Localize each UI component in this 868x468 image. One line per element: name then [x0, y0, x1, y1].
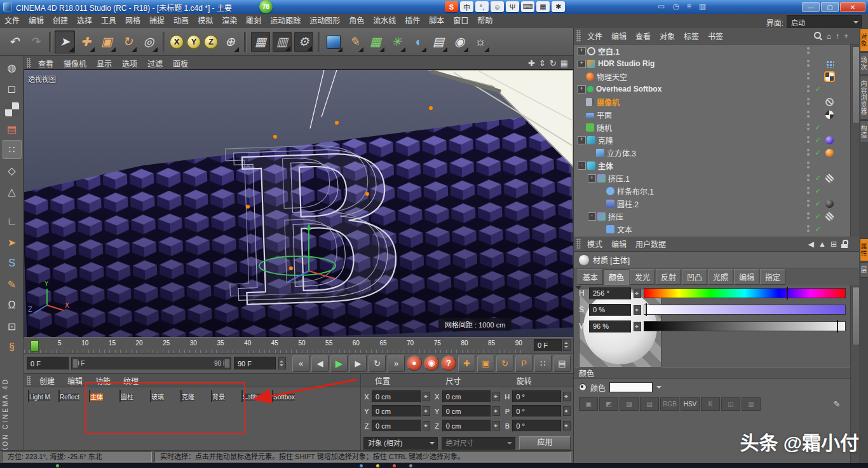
channel-stepper[interactable] [634, 289, 641, 298]
object-row[interactable]: 样条布尔.1 [574, 184, 851, 197]
render-settings-icon[interactable]: ⚙ [294, 32, 313, 52]
object-label[interactable]: 物理天空 [597, 71, 805, 82]
attribute-menu-item[interactable]: 模式 [583, 238, 607, 249]
menu-item[interactable]: 网格 [121, 14, 145, 28]
model-mode-icon[interactable]: ◻ [3, 79, 22, 98]
expand-toggle-icon[interactable]: + [588, 174, 596, 182]
color-section-header[interactable]: 颜色 [574, 368, 851, 379]
sep1[interactable] [49, 32, 51, 52]
material-preview-sphere[interactable] [241, 390, 243, 402]
position-field[interactable]: 0 cm [372, 390, 421, 403]
k-btn[interactable]: K [701, 397, 720, 411]
spring-icon[interactable]: § [3, 338, 22, 357]
om-home-icon[interactable]: ⌂ [827, 32, 831, 41]
sep3[interactable] [244, 32, 247, 52]
overlay-window-icon[interactable]: ▭ [658, 2, 665, 11]
material-menu-item[interactable]: 创建 [33, 375, 61, 386]
slider-marker[interactable] [646, 303, 647, 316]
compact-btn[interactable]: ▥ [742, 397, 761, 411]
edges-mode-icon[interactable]: ◇ [3, 161, 22, 180]
visibility-dots[interactable] [805, 148, 813, 157]
object-tag-icon[interactable] [823, 60, 851, 68]
timeline-window-button[interactable]: ▤ [553, 355, 571, 372]
visibility-dots[interactable] [805, 199, 813, 208]
dock-tab[interactable]: 构造 [860, 120, 868, 143]
object-menu-item[interactable]: 书签 [703, 31, 728, 41]
channel-tab[interactable]: 光照 [708, 269, 733, 285]
record-pla-button[interactable]: ∷ [534, 355, 552, 372]
minimize-button[interactable]: — [802, 2, 820, 12]
expand-toggle-icon[interactable]: - [588, 212, 596, 221]
rotate-tool-icon[interactable]: ↻ [118, 31, 138, 53]
object-menu-item[interactable]: 文件 [583, 31, 607, 41]
prev-frame-button[interactable]: ◀ [311, 355, 329, 372]
menu-item[interactable]: 动画 [169, 14, 193, 28]
object-label[interactable]: 平面 [597, 109, 805, 120]
panel-grip[interactable] [27, 376, 31, 385]
rotate-view-icon[interactable]: ↻ [550, 59, 557, 68]
overlay-grid-icon[interactable]: ▥ [699, 2, 706, 11]
om-up-icon[interactable]: ↑ [836, 32, 839, 41]
mix-btn[interactable]: ◫ [721, 397, 740, 411]
preview-range-slider[interactable]: 0 F 90 F [71, 357, 231, 369]
ime-skin-icon[interactable]: ✱ [552, 1, 565, 12]
object-menu-item[interactable]: 编辑 [607, 31, 631, 41]
texture-mode-icon[interactable] [5, 102, 19, 116]
ime-mic-icon[interactable]: Ψ [506, 1, 519, 12]
end-frame-stepper[interactable] [278, 357, 286, 369]
record-keyframe-button[interactable]: ● [407, 355, 422, 371]
next-frame-button[interactable]: ▶ [349, 355, 367, 372]
camera-icon[interactable]: ◉ [449, 31, 470, 53]
enable-check-icon[interactable] [813, 199, 823, 208]
position-field[interactable]: 0 cm [372, 420, 421, 432]
ime-emoji-icon[interactable]: ☺ [491, 1, 504, 12]
add-cube-icon[interactable] [323, 31, 344, 53]
material-item[interactable]: 主体 [89, 390, 118, 402]
record-parameter-button[interactable]: P [515, 355, 532, 372]
picker-btn[interactable]: ✎ [828, 398, 846, 410]
snap-icon[interactable]: S [3, 254, 22, 273]
material-preview-sphere[interactable] [28, 390, 29, 402]
material-preview-sphere[interactable] [119, 390, 121, 402]
rotation-field[interactable]: 0 ° [512, 405, 561, 417]
object-menu-item[interactable]: 对象 [655, 31, 679, 41]
channel-value-field[interactable]: 96 % [589, 320, 631, 333]
material-item[interactable]: Softbox [241, 390, 271, 402]
object-tag-icon[interactable] [823, 149, 851, 157]
taskbar-icon[interactable] [56, 464, 59, 467]
brush-icon[interactable]: ✎ [3, 275, 22, 294]
keyframe-selection-button[interactable]: ? [441, 355, 456, 371]
object-label[interactable]: HDR Studio Rig [598, 59, 805, 68]
polygons-mode-icon[interactable]: △ [3, 182, 22, 201]
field-stepper[interactable] [563, 392, 571, 401]
channel-tab[interactable]: 基本 [578, 269, 603, 285]
viewport-menu-item[interactable]: 显示 [92, 58, 117, 69]
undo-icon[interactable]: ↶ [4, 31, 24, 53]
pen-tool-icon[interactable]: ✎ [344, 31, 365, 53]
om-add-icon[interactable]: + [844, 32, 848, 41]
viewport-menu-item[interactable]: 过滤 [142, 58, 168, 69]
material-menu-item[interactable]: 编辑 [61, 375, 89, 386]
object-tag-icon[interactable] [823, 111, 851, 119]
expand-toggle-icon[interactable]: + [578, 85, 586, 93]
rotation-field[interactable]: 0 ° [512, 390, 561, 403]
size-mode-dropdown[interactable]: 绝对尺寸 [442, 437, 516, 450]
attribute-menu-item[interactable]: 用户数据 [631, 238, 670, 249]
effector-icon[interactable]: ✳ [386, 31, 407, 53]
menu-item[interactable]: 窗口 [449, 14, 473, 28]
panel-grip[interactable] [27, 58, 31, 68]
visibility-dots[interactable] [805, 72, 813, 81]
object-label[interactable]: 文本 [617, 224, 805, 235]
material-item[interactable]: 圆柱 [119, 390, 149, 402]
record-position-button[interactable]: ✚ [458, 355, 475, 372]
expand-toggle-icon[interactable] [578, 99, 585, 106]
pan-view-icon[interactable]: ✚ [528, 59, 535, 68]
close-button[interactable]: ✕ [840, 2, 865, 12]
menu-item[interactable]: 帮助 [473, 14, 497, 28]
expand-toggle-icon[interactable]: - [578, 162, 586, 170]
position-field[interactable]: 0 cm [372, 405, 421, 417]
object-label[interactable]: 克隆 [598, 135, 805, 146]
viewport-menu-item[interactable]: 查看 [33, 58, 58, 69]
menu-item[interactable]: 插件 [400, 14, 424, 28]
color-swatch[interactable] [609, 382, 653, 392]
